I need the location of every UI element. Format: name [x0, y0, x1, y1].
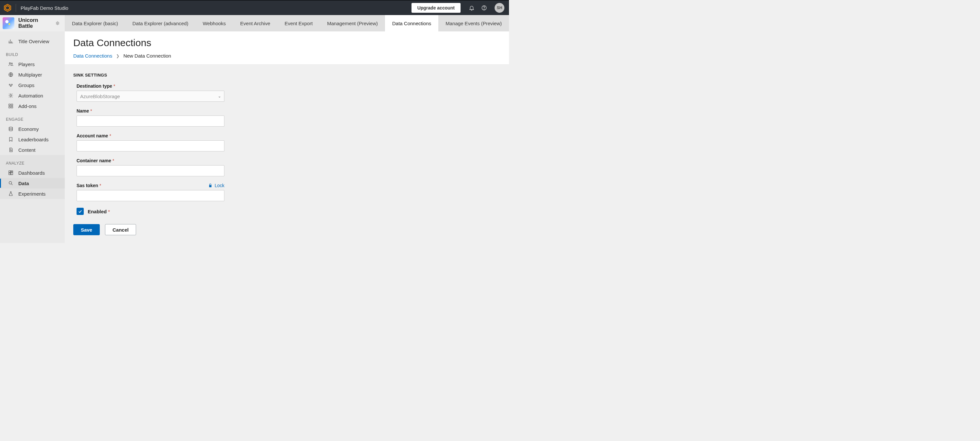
- label-sas-token: Sas token* Lock: [76, 183, 224, 188]
- sidebar-item-groups[interactable]: Groups: [0, 80, 65, 90]
- economy-icon: [8, 126, 14, 132]
- sidebar-item-leaderboards[interactable]: Leaderboards: [0, 134, 65, 145]
- notifications-icon[interactable]: [466, 3, 477, 13]
- label-account-name: Account name*: [76, 133, 224, 139]
- sidebar-item-label: Players: [18, 62, 35, 67]
- sidebar-item-label: Dashboards: [18, 170, 45, 176]
- destination-type-select[interactable]: [76, 91, 224, 102]
- tab-data-explorer-basic[interactable]: Data Explorer (basic): [65, 15, 125, 32]
- svg-point-4: [57, 23, 58, 24]
- sidebar-item-label: Economy: [18, 126, 39, 132]
- sidebar-item-addons[interactable]: Add-ons: [0, 101, 65, 111]
- page-header: Data Connections Data Connections ❯ New …: [65, 32, 509, 65]
- sidebar-item-label: Experiments: [18, 191, 46, 197]
- automation-icon: [8, 92, 14, 99]
- lock-icon: [208, 183, 213, 188]
- sidebar-item-multiplayer[interactable]: Multiplayer: [0, 69, 65, 80]
- game-title-row: Unicorn Battle: [0, 15, 65, 32]
- studio-name[interactable]: PlayFab Demo Studio: [21, 5, 68, 11]
- enabled-checkbox[interactable]: [76, 208, 84, 215]
- svg-marker-1: [6, 6, 10, 10]
- playfab-logo[interactable]: [3, 3, 12, 12]
- globe-icon: [8, 72, 14, 78]
- sidebar-item-title-overview[interactable]: Title Overview: [0, 36, 65, 46]
- label-container-name: Container name*: [76, 158, 224, 163]
- svg-rect-12: [9, 104, 11, 106]
- sidebar-item-label: Groups: [18, 83, 34, 88]
- container-name-input[interactable]: [76, 165, 224, 176]
- addons-icon: [8, 103, 14, 109]
- lock-link[interactable]: Lock: [208, 183, 224, 188]
- name-input[interactable]: [76, 116, 224, 127]
- svg-rect-17: [9, 171, 11, 172]
- sidebar-heading-analyze: ANALYZE: [0, 155, 65, 167]
- sidebar-item-label: Title Overview: [18, 38, 49, 44]
- sidebar-item-players[interactable]: Players: [0, 59, 65, 69]
- svg-point-8: [9, 84, 10, 85]
- sidebar-item-experiments[interactable]: Experiments: [0, 188, 65, 199]
- tab-webhooks[interactable]: Webhooks: [196, 15, 233, 32]
- sidebar: Unicorn Battle Title Overview BUILD Play…: [0, 15, 65, 243]
- sidebar-item-label: Data: [18, 181, 29, 186]
- sidebar-item-content[interactable]: Content: [0, 145, 65, 155]
- svg-point-6: [11, 63, 13, 64]
- label-enabled: Enabled*: [88, 209, 110, 214]
- tab-bar: Data Explorer (basic) Data Explorer (adv…: [65, 15, 509, 32]
- game-icon[interactable]: [3, 18, 14, 29]
- data-icon: [8, 180, 14, 186]
- topbar: PlayFab Demo Studio Upgrade account SH: [0, 0, 509, 15]
- document-icon: [8, 147, 14, 153]
- tab-manage-events[interactable]: Manage Events (Preview): [438, 15, 509, 32]
- sidebar-item-label: Leaderboards: [18, 137, 49, 142]
- sidebar-item-automation[interactable]: Automation: [0, 90, 65, 101]
- tab-data-connections[interactable]: Data Connections: [385, 15, 438, 32]
- section-title: SINK SETTINGS: [73, 73, 501, 78]
- svg-point-5: [9, 62, 11, 64]
- game-name[interactable]: Unicorn Battle: [18, 18, 50, 29]
- flask-icon: [8, 191, 14, 197]
- topbar-divider: [16, 4, 16, 12]
- cancel-button[interactable]: Cancel: [105, 224, 136, 235]
- tab-event-export[interactable]: Event Export: [277, 15, 320, 32]
- breadcrumb-current: New Data Connection: [123, 53, 171, 59]
- svg-point-10: [10, 85, 11, 86]
- dashboard-icon: [8, 170, 14, 176]
- sidebar-item-label: Content: [18, 147, 36, 153]
- breadcrumb-root[interactable]: Data Connections: [73, 53, 112, 59]
- sidebar-heading-build: BUILD: [0, 46, 65, 59]
- svg-point-9: [11, 84, 13, 85]
- breadcrumb: Data Connections ❯ New Data Connection: [73, 53, 501, 59]
- tab-event-archive[interactable]: Event Archive: [233, 15, 277, 32]
- svg-rect-13: [11, 104, 13, 106]
- upgrade-account-button[interactable]: Upgrade account: [412, 3, 461, 13]
- svg-rect-15: [11, 106, 13, 108]
- form-area: SINK SETTINGS Destination type* ⌄ Name*: [65, 65, 509, 243]
- svg-rect-14: [9, 106, 11, 108]
- sidebar-item-label: Multiplayer: [18, 72, 42, 78]
- bookmark-icon: [8, 137, 14, 142]
- svg-point-3: [484, 9, 484, 9]
- help-icon[interactable]: [479, 3, 489, 13]
- label-destination-type: Destination type*: [76, 83, 224, 89]
- label-name: Name*: [76, 108, 224, 113]
- title-settings-icon[interactable]: [54, 19, 62, 27]
- sidebar-item-dashboards[interactable]: Dashboards: [0, 167, 65, 178]
- svg-rect-20: [9, 173, 11, 175]
- sas-token-input[interactable]: [76, 190, 224, 201]
- sidebar-item-economy[interactable]: Economy: [0, 124, 65, 134]
- save-button[interactable]: Save: [73, 224, 100, 235]
- sidebar-heading-engage: ENGAGE: [0, 111, 65, 124]
- sidebar-item-label: Add-ons: [18, 103, 37, 109]
- sidebar-item-data[interactable]: Data: [0, 178, 65, 188]
- user-avatar[interactable]: SH: [495, 3, 504, 13]
- players-icon: [8, 61, 14, 67]
- tab-data-explorer-advanced[interactable]: Data Explorer (advanced): [125, 15, 196, 32]
- sidebar-item-label: Automation: [18, 93, 43, 99]
- svg-rect-19: [11, 172, 13, 175]
- account-name-input[interactable]: [76, 140, 224, 151]
- tab-management[interactable]: Management (Preview): [320, 15, 385, 32]
- svg-rect-18: [11, 171, 13, 172]
- main-content: Data Explorer (basic) Data Explorer (adv…: [65, 15, 509, 243]
- svg-point-11: [10, 94, 11, 96]
- barchart-icon: [8, 38, 14, 44]
